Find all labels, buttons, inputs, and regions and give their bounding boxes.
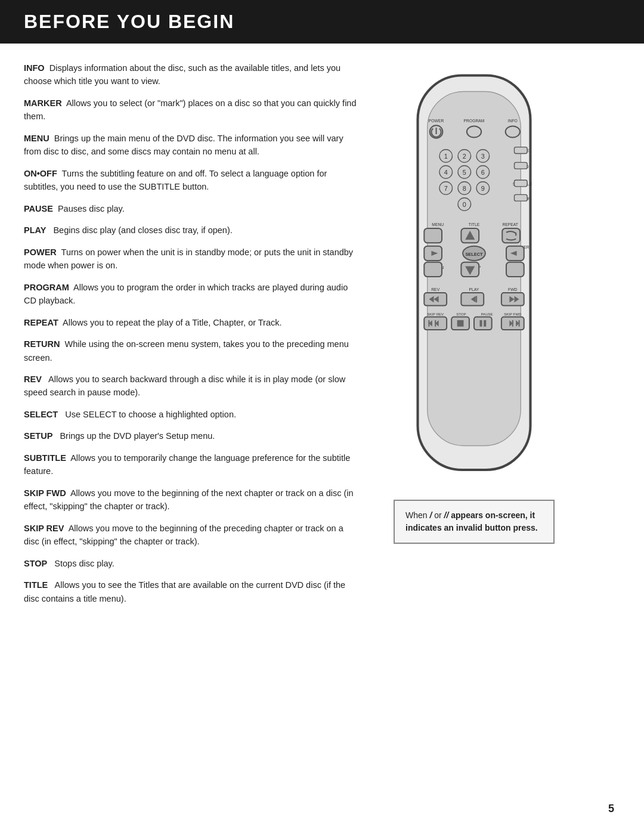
svg-rect-22 bbox=[515, 194, 528, 201]
def-onoff: ON•OFF Turns the subtitling feature on a… bbox=[24, 167, 358, 194]
svg-rect-81 bbox=[474, 317, 492, 330]
def-repeat: REPEAT Allows you to repeat the play of … bbox=[24, 316, 358, 329]
svg-text:8: 8 bbox=[463, 185, 466, 192]
remote-column: POWER PROGRAM INFO ANGLE AUDIO SUBTITLE bbox=[382, 61, 566, 614]
svg-text:6: 6 bbox=[481, 169, 485, 176]
svg-text:PROGRAM: PROGRAM bbox=[464, 119, 485, 123]
def-title: TITLE Allows you to see the Titles that … bbox=[24, 578, 358, 605]
svg-text:9: 9 bbox=[481, 185, 485, 192]
svg-rect-83 bbox=[484, 320, 486, 327]
def-info: INFO Displays information about the disc… bbox=[24, 61, 358, 88]
svg-text:PAUSE: PAUSE bbox=[481, 312, 493, 316]
svg-text:SELECT: SELECT bbox=[465, 252, 483, 257]
def-pause: PAUSE Pauses disc play. bbox=[24, 202, 358, 215]
svg-text:3: 3 bbox=[481, 153, 485, 160]
def-play: PLAY Begins disc play (and closes disc t… bbox=[24, 224, 358, 237]
svg-text:0: 0 bbox=[463, 201, 466, 208]
svg-rect-41 bbox=[424, 228, 442, 243]
svg-text:SKIP FWD: SKIP FWD bbox=[504, 312, 522, 316]
svg-rect-44 bbox=[502, 228, 520, 243]
svg-text:TITLE: TITLE bbox=[469, 222, 480, 227]
def-setup: SETUP Brings up the DVD player's Setup m… bbox=[24, 429, 358, 442]
svg-rect-82 bbox=[479, 320, 482, 327]
svg-text:INFO: INFO bbox=[508, 119, 518, 123]
def-skiprev: SKIP REV Allows you move to the beginnin… bbox=[24, 522, 358, 549]
def-stop: STOP Stops disc play. bbox=[24, 557, 358, 570]
svg-text:1: 1 bbox=[444, 153, 448, 160]
def-menu: MENU Brings up the main menu of the DVD … bbox=[24, 132, 358, 159]
svg-rect-19 bbox=[515, 147, 528, 154]
def-program: PROGRAM Allows you to program the order … bbox=[24, 281, 358, 308]
svg-rect-21 bbox=[515, 180, 528, 187]
info-box: When / or // appears on-screen, it indic… bbox=[394, 500, 555, 544]
svg-text:SKIP REV: SKIP REV bbox=[427, 312, 444, 316]
svg-text:REV: REV bbox=[431, 287, 439, 292]
svg-rect-80 bbox=[457, 320, 464, 327]
svg-text:REPEAT: REPEAT bbox=[502, 222, 518, 227]
def-subtitle: SUBTITLE Allows you to temporarily chang… bbox=[24, 451, 358, 478]
def-rev: REV Allows you to search backward throug… bbox=[24, 373, 358, 400]
def-return: RETURN While using the on-screen menu sy… bbox=[24, 337, 358, 364]
page-header: BEFORE YOU BEGIN bbox=[0, 0, 644, 44]
svg-text:POWER: POWER bbox=[429, 119, 444, 123]
svg-text:STOP: STOP bbox=[456, 312, 466, 316]
page-title: BEFORE YOU BEGIN bbox=[24, 11, 620, 33]
svg-text:MENU: MENU bbox=[432, 222, 444, 227]
text-column: INFO Displays information about the disc… bbox=[24, 61, 358, 614]
svg-text:2: 2 bbox=[463, 153, 466, 160]
info-box-text: When / or // appears on-screen, it indic… bbox=[405, 509, 543, 534]
svg-text:7: 7 bbox=[444, 185, 448, 192]
svg-text:FWD: FWD bbox=[508, 287, 517, 292]
def-power: POWER Turns on power when the unit is in… bbox=[24, 246, 358, 272]
def-marker: MARKER Allows you to select (or "mark") … bbox=[24, 97, 358, 123]
svg-point-8 bbox=[506, 126, 520, 138]
svg-rect-56 bbox=[424, 262, 442, 277]
svg-point-7 bbox=[467, 126, 481, 138]
svg-rect-20 bbox=[515, 162, 528, 169]
main-content: INFO Displays information about the disc… bbox=[0, 61, 644, 614]
page-number: 5 bbox=[608, 803, 614, 815]
def-select: SELECT Use SELECT to choose a highlighte… bbox=[24, 408, 358, 421]
svg-text:PLAY: PLAY bbox=[469, 287, 479, 292]
svg-text:5: 5 bbox=[463, 169, 466, 176]
remote-control-image: POWER PROGRAM INFO ANGLE AUDIO SUBTITLE bbox=[394, 67, 555, 488]
def-skipfwd: SKIP FWD Allows you move to the beginnin… bbox=[24, 487, 358, 513]
svg-text:4: 4 bbox=[444, 169, 448, 176]
svg-rect-57 bbox=[506, 262, 524, 277]
